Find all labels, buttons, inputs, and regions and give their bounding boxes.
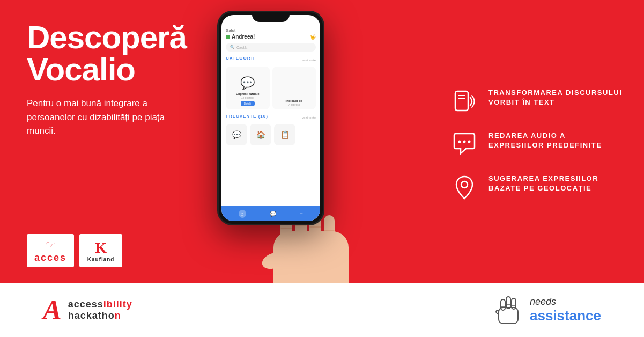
bottom-section: A accessibility hackathon <box>0 283 644 337</box>
svg-point-16 <box>468 141 471 143</box>
title-line1: Descoperă <box>27 19 187 55</box>
title: Descoperă Vocalio <box>27 21 182 86</box>
see-all-2: vezi toate <box>302 116 316 119</box>
needs-assistance-logo: needs assistance <box>492 291 601 329</box>
svg-rect-11 <box>455 91 468 111</box>
nav-home-icon: ⌂ <box>239 210 246 218</box>
card2-label: Indicații de <box>286 99 302 103</box>
kaufland-logo: K Kaufland <box>87 239 115 262</box>
frecvente-title: FRECVENTE (10) <box>226 114 268 119</box>
na-text-block: needs assistance <box>530 296 601 324</box>
phone-screen: Salut, Andreea! 🤟 🔍 Caută... <box>221 15 320 221</box>
headline: Descoperă Vocalio Pentru o mai bună inte… <box>27 21 182 138</box>
title-line2: Vocalio <box>27 52 135 87</box>
hackathon-line2: hackathon <box>68 310 132 321</box>
freq-item-1: 💬 <box>226 124 247 145</box>
phone-greeting: Salut, <box>226 28 316 33</box>
freq-item-2: 🏠 <box>250 124 271 145</box>
kaufland-text: Kaufland <box>87 257 115 262</box>
svg-point-15 <box>463 141 466 143</box>
location-pin-icon <box>451 174 478 201</box>
hackathon-text: accessibility hackathon <box>68 299 132 321</box>
svg-point-14 <box>458 141 461 143</box>
phone-card-1: 💬 Expresii uzuale 12 expresii Detalii <box>226 67 270 109</box>
svg-rect-20 <box>506 297 510 309</box>
feature-icon-2 <box>451 131 478 158</box>
phone-name: Andreea! 🤟 <box>226 34 316 40</box>
logos-row: ☞ acces K Kaufland <box>27 234 182 267</box>
chat-dots-icon <box>451 131 478 158</box>
search-icon: 🔍 <box>230 45 235 49</box>
acces-hand-icon: ☞ <box>46 238 55 251</box>
feature-text-3: SUGERAREA EXPRESIILOR BAZATE PE GEOLOCAȚ… <box>488 174 623 193</box>
needs-assistance-hand-icon <box>492 291 524 329</box>
phone-card-2: Indicații de 7 expresii <box>272 67 316 109</box>
feature-text-1: TRANSFORMAREA DISCURSULUI VORBIT ÎN TEXT <box>488 88 623 107</box>
acces-logo: ☞ acces <box>34 238 66 263</box>
acces-logo-box: ☞ acces <box>27 234 74 267</box>
phone-hand-area: Salut, Andreea! 🤟 🔍 Caută... <box>172 0 370 283</box>
phone-hand-emoji: 🤟 <box>310 34 316 40</box>
phone-mockup: Salut, Andreea! 🤟 🔍 Caută... <box>217 11 324 225</box>
feature-icon-1 <box>451 88 478 115</box>
card1-label: Expresii uzuale <box>236 92 260 96</box>
feature-item-2: REDAREA AUDIO A EXPRESIILOR PREDEFINITE <box>451 131 623 158</box>
nav-chat-icon: 💬 <box>270 211 276 217</box>
phone-screen-inner: Salut, Andreea! 🤟 🔍 Caută... <box>221 15 320 145</box>
card2-count: 7 expresii <box>288 103 300 106</box>
hackathon-a-icon: A <box>43 296 62 324</box>
card1-count: 12 expresii <box>241 96 254 99</box>
card1-bubble: 💬 <box>240 76 255 90</box>
feature-item-3: SUGERAREA EXPRESIILOR BAZATE PE GEOLOCAȚ… <box>451 174 623 201</box>
phone-notch <box>252 12 290 22</box>
main-container: Descoperă Vocalio Pentru o mai bună inte… <box>0 0 644 337</box>
nav-menu-icon: ≡ <box>300 211 303 217</box>
description: Pentru o mai bună integrare a persoanelo… <box>27 97 182 138</box>
categorii-title: CATEGORII <box>226 56 254 61</box>
phone-status-dot <box>226 35 230 39</box>
svg-point-17 <box>461 181 468 188</box>
phone-cards-row: 💬 Expresii uzuale 12 expresii Detalii In… <box>226 67 316 109</box>
phone-bottom-nav: ⌂ 💬 ≡ <box>221 206 320 221</box>
see-all-1: vezi toate <box>302 58 316 62</box>
na-needs-text: needs <box>530 296 601 307</box>
svg-rect-19 <box>501 299 505 310</box>
acces-logo-text: acces <box>34 252 66 263</box>
phone-waves-icon <box>451 88 478 115</box>
phone-freq-row: 💬 🏠 📋 <box>226 124 316 145</box>
feature-text-2: REDAREA AUDIO A EXPRESIILOR PREDEFINITE <box>488 131 623 150</box>
top-section: Descoperă Vocalio Pentru o mai bună inte… <box>0 0 644 283</box>
na-assistance-text: assistance <box>530 307 601 324</box>
kaufland-logo-box: K Kaufland <box>79 234 122 267</box>
hackathon-logo: A accessibility hackathon <box>43 296 132 324</box>
phone-search: 🔍 Caută... <box>226 43 316 52</box>
hackathon-line1: accessibility <box>68 299 132 310</box>
feature-icon-3 <box>451 174 478 201</box>
right-panel: TRANSFORMAREA DISCURSULUI VORBIT ÎN TEXT… <box>440 0 644 283</box>
freq-item-3: 📋 <box>274 124 295 145</box>
kaufland-k-icon: K <box>95 239 107 257</box>
feature-item-1: TRANSFORMAREA DISCURSULUI VORBIT ÎN TEXT <box>451 88 623 115</box>
card1-btn: Detalii <box>241 101 255 106</box>
